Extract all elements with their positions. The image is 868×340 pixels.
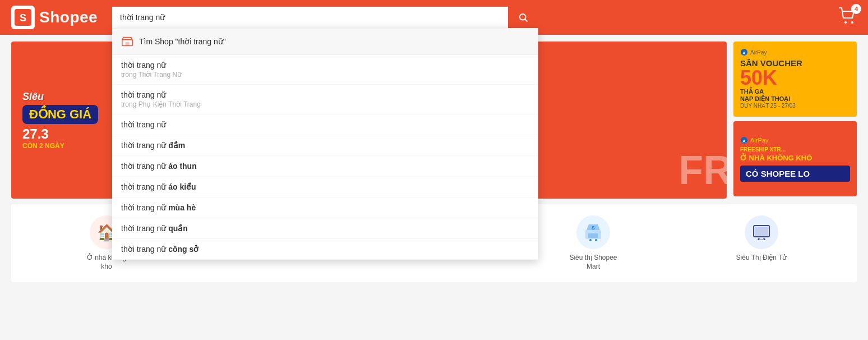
svg-point-7 — [851, 21, 853, 24]
dropdown-item-main-8: thời trang nữ công sở — [121, 245, 529, 254]
tha-ga: THẢ GA — [740, 88, 850, 95]
nap-dt: NẠP ĐIỆN THOẠI — [740, 95, 850, 103]
dropdown-item-0[interactable]: thời trang nữ trong Thời Trang Nữ — [112, 55, 538, 85]
svg-point-2 — [520, 14, 526, 20]
dropdown-item-main-4: thời trang nữ áo thun — [121, 162, 529, 171]
airpay-label: A AirPay — [740, 48, 850, 56]
dropdown-item-main-3: thời trang nữ đầm — [121, 141, 529, 150]
svg-line-3 — [525, 19, 527, 21]
dropdown-item-bold-6: mùa hè — [168, 203, 196, 212]
sieu-text: Siêu — [22, 91, 98, 103]
airpay-banner[interactable]: A AirPay SĂN VOUCHER 50K THẢ GA NẠP ĐIỆN… — [733, 42, 857, 117]
airpay-text: AirPay — [750, 49, 767, 56]
header: S Shopee — [0, 0, 868, 35]
cart-badge: 4 — [851, 4, 861, 14]
search-button[interactable] — [508, 7, 538, 28]
shopee-lo-banner[interactable]: A AirPay FREESHIP XTR... Ở NHÀ KHÔNG KHÓ… — [733, 121, 857, 196]
dropdown-item-main-2: thời trang nữ — [121, 120, 529, 129]
logo-area: S Shopee — [11, 6, 101, 29]
banner-left: Siêu ĐỒNG GIÁ 27.3 CÒN 2 NGÀY — [11, 80, 109, 161]
tv-label: Siêu Thị Điện Tử — [736, 254, 787, 263]
freeship-label: FREESHIP XTR... — [740, 146, 850, 153]
svg-text:A: A — [742, 139, 746, 144]
dropdown-item-bold-4: áo thun — [168, 162, 197, 171]
dropdown-item-main-5: thời trang nữ áo kiểu — [121, 182, 529, 191]
airpay-text2: AirPay — [750, 137, 768, 144]
dropdown-item-sub-0: trong Thời Trang Nữ — [121, 71, 529, 79]
airpay-label2: A AirPay — [740, 136, 850, 144]
svg-point-6 — [844, 21, 847, 24]
mart-icon: S — [576, 215, 610, 249]
search-dropdown: Tìm Shop "thời trang nữ" thời trang nữ t… — [112, 28, 538, 260]
dropdown-item-8[interactable]: thời trang nữ công sở — [112, 239, 538, 260]
con-text: CÒN 2 NGÀY — [22, 142, 98, 150]
dropdown-item-7[interactable]: thời trang nữ quần — [112, 218, 538, 239]
dropdown-item-5[interactable]: thời trang nữ áo kiểu — [112, 177, 538, 197]
dropdown-item-bold-3: đầm — [168, 141, 185, 150]
cart-icon[interactable]: 4 — [839, 7, 857, 28]
dropdown-item-2[interactable]: thời trang nữ — [112, 114, 538, 135]
o-nha-text: Ở NHÀ KHÔNG KHÓ — [740, 154, 850, 162]
dropdown-item-bold-8: công sở — [168, 245, 198, 254]
svg-text:S: S — [20, 12, 26, 24]
dropdown-item-bold-7: quần — [168, 224, 188, 233]
tv-icon — [745, 215, 778, 249]
dropdown-item-6[interactable]: thời trang nữ mùa hè — [112, 197, 538, 218]
dong-gia-box: ĐỒNG GIÁ — [22, 105, 98, 124]
date-text: 27.3 — [22, 126, 98, 142]
svg-rect-18 — [755, 227, 768, 236]
search-box — [112, 7, 538, 28]
dropdown-item-bold-5: áo kiểu — [168, 182, 196, 191]
dropdown-item-sub-1: trong Phụ Kiện Thời Trang — [121, 100, 529, 108]
search-container: Tìm Shop "thời trang nữ" thời trang nữ t… — [112, 7, 538, 28]
svg-point-14 — [595, 239, 597, 241]
duy-nhat: DUY NHẤT 25 - 27/03 — [740, 103, 850, 109]
logo-text: Shopee — [39, 8, 98, 26]
svg-rect-16 — [588, 233, 598, 238]
dropdown-item-main-6: thời trang nữ mùa hè — [121, 203, 529, 212]
svg-text:S: S — [592, 225, 595, 231]
dropdown-item-4[interactable]: thời trang nữ áo thun — [112, 156, 538, 177]
dropdown-item-main-0: thời trang nữ — [121, 61, 529, 70]
right-banners: A AirPay SĂN VOUCHER 50K THẢ GA NẠP ĐIỆN… — [733, 42, 857, 199]
shopee-logo-icon: S — [11, 6, 35, 29]
fifty-k: 50K — [740, 68, 850, 88]
shop-search-label: Tìm Shop "thời trang nữ" — [139, 37, 226, 46]
dropdown-item-main-7: thời trang nữ quần — [121, 224, 529, 233]
dropdown-item-1[interactable]: thời trang nữ trong Phụ Kiện Thời Trang — [112, 85, 538, 114]
svg-point-13 — [589, 239, 592, 241]
shop-icon — [121, 35, 133, 48]
cart-area[interactable]: 4 — [839, 7, 857, 28]
icon-item-tv[interactable]: Siêu Thị Điện Tử — [677, 210, 846, 277]
search-input[interactable] — [112, 7, 508, 28]
co-shopee-lo: CÓ SHOPEE LO — [740, 166, 850, 182]
svg-rect-5 — [126, 42, 130, 46]
dropdown-item-3[interactable]: thời trang nữ đầm — [112, 135, 538, 156]
dropdown-shop-search[interactable]: Tìm Shop "thời trang nữ" — [112, 29, 538, 55]
dropdown-item-main-1: thời trang nữ — [121, 90, 529, 99]
svg-text:A: A — [742, 50, 746, 56]
dong-gia-text: ĐỒNG GIÁ — [29, 108, 91, 121]
mart-label: Siêu thị ShopeeMart — [569, 254, 617, 271]
free-text: FR — [678, 147, 727, 193]
